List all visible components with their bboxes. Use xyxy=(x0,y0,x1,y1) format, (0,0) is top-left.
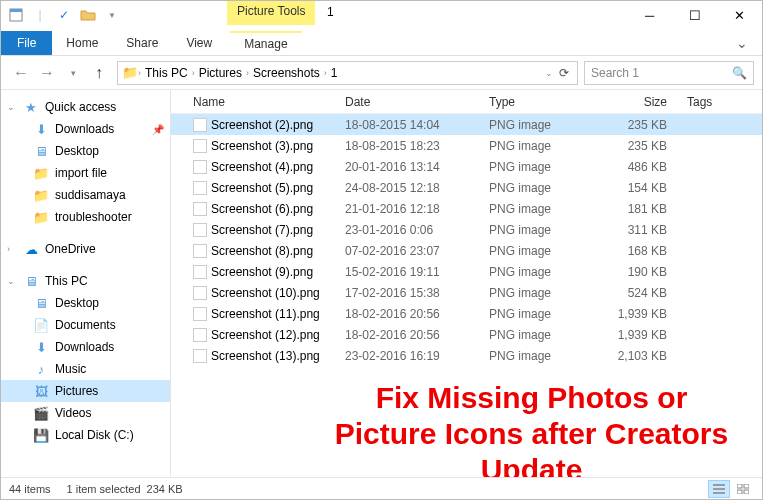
address-bar[interactable]: 📁 › This PC › Pictures › Screenshots › 1… xyxy=(117,61,578,85)
file-date: 18-08-2015 18:23 xyxy=(345,139,489,153)
sidebar-item-music[interactable]: ♪Music xyxy=(1,358,170,380)
address-dropdown-icon[interactable]: ⌄ xyxy=(545,68,553,78)
column-header-name[interactable]: Name xyxy=(193,95,345,109)
up-button[interactable]: ↑ xyxy=(87,61,111,85)
column-header-date[interactable]: Date xyxy=(345,95,489,109)
desktop-icon: 🖥 xyxy=(33,143,49,159)
search-input[interactable]: Search 1 🔍 xyxy=(584,61,754,85)
tab-share[interactable]: Share xyxy=(112,32,172,54)
back-button[interactable]: ← xyxy=(9,61,33,85)
sidebar-item-downloads[interactable]: ⬇Downloads📌 xyxy=(1,118,170,140)
file-row[interactable]: Screenshot (8).png07-02-2016 23:07PNG im… xyxy=(171,240,762,261)
file-name: Screenshot (13).png xyxy=(211,349,320,363)
file-date: 20-01-2016 13:14 xyxy=(345,160,489,174)
tab-home[interactable]: Home xyxy=(52,32,112,54)
file-size: 1,939 KB xyxy=(607,328,687,342)
maximize-button[interactable]: ☐ xyxy=(672,1,717,29)
sidebar-item-this-pc[interactable]: ⌄🖥This PC xyxy=(1,270,170,292)
file-type: PNG image xyxy=(489,265,607,279)
sidebar-item-quick-access[interactable]: ⌄★Quick access xyxy=(1,96,170,118)
status-selected-size: 234 KB xyxy=(147,483,183,495)
breadcrumb-pictures[interactable]: Pictures xyxy=(195,66,246,80)
file-view: Name Date Type Size Tags Screenshot (2).… xyxy=(171,90,762,476)
blank-file-icon xyxy=(193,265,207,279)
sidebar-item-local-disk[interactable]: 💾Local Disk (C:) xyxy=(1,424,170,446)
file-name: Screenshot (3).png xyxy=(211,139,313,153)
svg-rect-5 xyxy=(737,484,742,488)
sidebar-item-suddisamaya[interactable]: 📁suddisamaya xyxy=(1,184,170,206)
file-row[interactable]: Screenshot (12).png18-02-2016 20:56PNG i… xyxy=(171,324,762,345)
qat-dropdown-icon[interactable]: ▼ xyxy=(101,4,123,26)
properties-icon[interactable] xyxy=(5,4,27,26)
file-row[interactable]: Screenshot (5).png24-08-2015 12:18PNG im… xyxy=(171,177,762,198)
pictures-icon: 🖼 xyxy=(33,383,49,399)
file-type: PNG image xyxy=(489,286,607,300)
tab-manage[interactable]: Manage xyxy=(230,31,301,55)
svg-rect-1 xyxy=(10,9,22,12)
blank-file-icon xyxy=(193,160,207,174)
file-row[interactable]: Screenshot (4).png20-01-2016 13:14PNG im… xyxy=(171,156,762,177)
file-type: PNG image xyxy=(489,307,607,321)
sidebar-item-pc-downloads[interactable]: ⬇Downloads xyxy=(1,336,170,358)
file-row[interactable]: Screenshot (13).png23-02-2016 16:19PNG i… xyxy=(171,345,762,366)
checkmark-icon[interactable]: ✓ xyxy=(53,4,75,26)
sidebar-item-desktop[interactable]: 🖥Desktop xyxy=(1,140,170,162)
ribbon-expand-icon[interactable]: ⌄ xyxy=(722,31,762,55)
sidebar-item-pc-desktop[interactable]: 🖥Desktop xyxy=(1,292,170,314)
sidebar-item-import-file[interactable]: 📁import file xyxy=(1,162,170,184)
new-folder-icon[interactable] xyxy=(77,4,99,26)
breadcrumb-current[interactable]: 1 xyxy=(327,66,342,80)
file-size: 235 KB xyxy=(607,118,687,132)
column-header-size[interactable]: Size xyxy=(607,95,687,109)
sidebar-item-onedrive[interactable]: ›☁OneDrive xyxy=(1,238,170,260)
sidebar-item-documents[interactable]: 📄Documents xyxy=(1,314,170,336)
svg-rect-7 xyxy=(737,490,742,494)
file-row[interactable]: Screenshot (3).png18-08-2015 18:23PNG im… xyxy=(171,135,762,156)
sidebar-item-troubleshooter[interactable]: 📁troubleshooter xyxy=(1,206,170,228)
videos-icon: 🎬 xyxy=(33,405,49,421)
star-icon: ★ xyxy=(23,99,39,115)
file-row[interactable]: Screenshot (6).png21-01-2016 12:18PNG im… xyxy=(171,198,762,219)
file-name: Screenshot (11).png xyxy=(211,307,320,321)
thumbnails-view-button[interactable] xyxy=(732,480,754,498)
minimize-button[interactable]: ─ xyxy=(627,1,672,29)
file-type: PNG image xyxy=(489,223,607,237)
column-header-type[interactable]: Type xyxy=(489,95,607,109)
folder-icon: 📁 xyxy=(33,165,49,181)
file-name: Screenshot (7).png xyxy=(211,223,313,237)
blank-file-icon xyxy=(193,244,207,258)
tab-file[interactable]: File xyxy=(1,31,52,55)
file-row[interactable]: Screenshot (7).png23-01-2016 0:06PNG ima… xyxy=(171,219,762,240)
file-name: Screenshot (6).png xyxy=(211,202,313,216)
column-headers: Name Date Type Size Tags xyxy=(171,90,762,114)
forward-button[interactable]: → xyxy=(35,61,59,85)
folder-icon: 📁 xyxy=(122,65,138,81)
breadcrumb-screenshots[interactable]: Screenshots xyxy=(249,66,324,80)
file-date: 23-02-2016 16:19 xyxy=(345,349,489,363)
tab-view[interactable]: View xyxy=(172,32,226,54)
file-date: 23-01-2016 0:06 xyxy=(345,223,489,237)
sidebar-item-pictures[interactable]: 🖼Pictures xyxy=(1,380,170,402)
search-icon: 🔍 xyxy=(732,66,747,80)
folder-icon: 📁 xyxy=(33,187,49,203)
file-name: Screenshot (2).png xyxy=(211,118,313,132)
details-view-button[interactable] xyxy=(708,480,730,498)
file-row[interactable]: Screenshot (9).png15-02-2016 19:11PNG im… xyxy=(171,261,762,282)
breadcrumb-this-pc[interactable]: This PC xyxy=(141,66,192,80)
file-size: 2,103 KB xyxy=(607,349,687,363)
file-name: Screenshot (4).png xyxy=(211,160,313,174)
file-date: 18-02-2016 20:56 xyxy=(345,328,489,342)
downloads-icon: ⬇ xyxy=(33,121,49,137)
file-row[interactable]: Screenshot (2).png18-08-2015 14:04PNG im… xyxy=(171,114,762,135)
column-header-tags[interactable]: Tags xyxy=(687,95,737,109)
file-row[interactable]: Screenshot (10).png17-02-2016 15:38PNG i… xyxy=(171,282,762,303)
pin-icon: 📌 xyxy=(152,124,164,135)
downloads-icon: ⬇ xyxy=(33,339,49,355)
sidebar-item-videos[interactable]: 🎬Videos xyxy=(1,402,170,424)
file-name: Screenshot (10).png xyxy=(211,286,320,300)
recent-locations-icon[interactable]: ▾ xyxy=(61,61,85,85)
file-size: 486 KB xyxy=(607,160,687,174)
refresh-icon[interactable]: ⟳ xyxy=(555,66,573,80)
close-button[interactable]: ✕ xyxy=(717,1,762,29)
file-row[interactable]: Screenshot (11).png18-02-2016 20:56PNG i… xyxy=(171,303,762,324)
